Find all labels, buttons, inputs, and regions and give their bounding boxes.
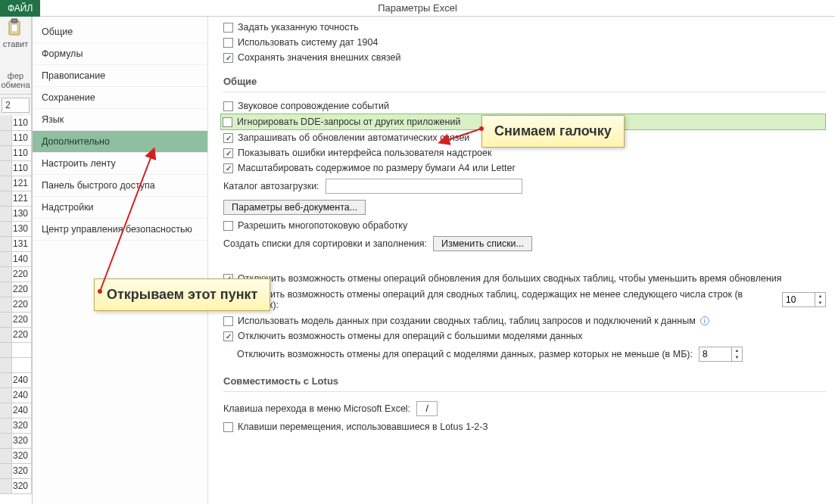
- cell[interactable]: 121: [12, 191, 31, 206]
- option-label: Показывать ошибки интерфейса пользовател…: [238, 148, 492, 158]
- sidebar-item-1[interactable]: Формулы: [33, 43, 207, 65]
- row-header[interactable]: 220: [0, 282, 31, 297]
- checkbox[interactable]: [223, 148, 233, 158]
- spin-up-icon[interactable]: ▲: [815, 293, 825, 300]
- cell[interactable]: 130: [12, 207, 31, 221]
- row-header[interactable]: 130: [0, 222, 31, 237]
- row-header[interactable]: 140: [0, 252, 31, 267]
- cell[interactable]: 220: [12, 297, 31, 312]
- cell[interactable]: 320: [12, 449, 31, 463]
- checkbox[interactable]: [223, 38, 233, 48]
- cell[interactable]: 320: [12, 464, 31, 478]
- checkbox[interactable]: [223, 101, 233, 111]
- row-header[interactable]: 240: [0, 373, 31, 388]
- sidebar-item-3[interactable]: Сохранение: [33, 87, 207, 109]
- spin-input[interactable]: [783, 293, 815, 306]
- sidebar-item-9[interactable]: Центр управления безопасностью: [33, 219, 207, 241]
- row-header[interactable]: 110: [0, 146, 31, 161]
- cell[interactable]: 220: [12, 328, 31, 342]
- cell[interactable]: 240: [12, 373, 31, 387]
- row-header[interactable]: 320: [0, 449, 31, 464]
- sidebar-item-6[interactable]: Настроить ленту: [33, 153, 207, 175]
- lotus-menu-key-input[interactable]: [416, 401, 438, 416]
- option-label: Отключить возможность отмены для операци…: [238, 331, 583, 341]
- cell[interactable]: 220: [12, 267, 31, 282]
- cell[interactable]: 110: [12, 161, 31, 176]
- row-header[interactable]: 320: [0, 418, 31, 434]
- sidebar-item-7[interactable]: Панель быстрого доступа: [33, 175, 207, 197]
- row-header[interactable]: 131: [0, 237, 31, 252]
- checkbox[interactable]: [223, 117, 232, 127]
- file-tab[interactable]: ФАЙЛ: [0, 0, 40, 17]
- row-header[interactable]: 320: [0, 479, 31, 494]
- cell[interactable]: 320: [12, 479, 31, 493]
- checkbox[interactable]: [223, 331, 233, 341]
- name-box[interactable]: 2: [2, 98, 30, 113]
- cell[interactable]: [12, 343, 31, 357]
- row-header[interactable]: 220: [0, 328, 31, 343]
- paste-button[interactable]: ставит: [0, 17, 31, 70]
- row-header[interactable]: 320: [0, 434, 31, 449]
- sidebar-item-8[interactable]: Надстройки: [33, 197, 207, 219]
- checkbox[interactable]: [223, 422, 233, 432]
- row-header[interactable]: 121: [0, 191, 31, 207]
- cell[interactable]: 220: [12, 313, 31, 327]
- row-header[interactable]: 110: [0, 131, 31, 146]
- checkbox[interactable]: [223, 53, 233, 63]
- checkbox[interactable]: [223, 316, 233, 326]
- checkbox[interactable]: [223, 163, 233, 173]
- spin-down-icon[interactable]: ▼: [732, 354, 742, 361]
- sidebar-item-4[interactable]: Язык: [33, 109, 207, 131]
- pivot-undo-rows-spinner[interactable]: ▲▼: [782, 292, 826, 307]
- row-header[interactable]: 220: [0, 313, 31, 328]
- row-header[interactable]: 240: [0, 403, 31, 418]
- option-label: Задать указанную точность: [238, 22, 359, 33]
- row-header[interactable]: 130: [0, 207, 31, 222]
- row-header[interactable]: [0, 343, 31, 358]
- option-label: Игнорировать DDE-запросы от других прило…: [237, 117, 460, 127]
- row-header[interactable]: [0, 358, 31, 373]
- row-header[interactable]: 320: [0, 464, 31, 479]
- autoload-catalog-input[interactable]: [326, 179, 522, 194]
- cell[interactable]: 140: [12, 252, 31, 266]
- row-header[interactable]: 121: [0, 176, 31, 191]
- sidebar-item-2[interactable]: Правописание: [33, 65, 207, 87]
- dialog-title: Параметры Excel: [378, 2, 457, 14]
- options-dialog: ОбщиеФормулыПравописаниеСохранениеЯзыкДо…: [32, 17, 835, 504]
- info-icon[interactable]: i: [700, 316, 709, 325]
- cell[interactable]: 131: [12, 237, 31, 251]
- cell[interactable]: 110: [12, 116, 31, 130]
- web-document-params-button[interactable]: Параметры веб-документа...: [223, 200, 366, 215]
- model-undo-mb-spinner[interactable]: ▲▼: [699, 347, 743, 362]
- options-panel: Задать указанную точностьИспользовать си…: [208, 17, 835, 504]
- lotus-menu-key-label: Клавиша перехода в меню Microsoft Excel:: [223, 403, 410, 414]
- row-header[interactable]: 220: [0, 297, 31, 313]
- spin-up-icon[interactable]: ▲: [732, 347, 742, 354]
- group-header-lotus: Совместимость с Lotus: [223, 369, 826, 392]
- row-header[interactable]: 110: [0, 116, 31, 131]
- option-label: Запрашивать об обновлении автоматических…: [238, 132, 469, 143]
- checkbox[interactable]: [223, 133, 233, 143]
- spin-input[interactable]: [699, 347, 731, 361]
- checkbox[interactable]: [223, 221, 233, 231]
- row-header[interactable]: 110: [0, 161, 31, 176]
- cell[interactable]: 240: [12, 388, 31, 403]
- spin-down-icon[interactable]: ▼: [815, 300, 825, 306]
- cell[interactable]: 240: [12, 403, 31, 418]
- cell[interactable]: 220: [12, 282, 31, 297]
- checkbox[interactable]: [223, 23, 233, 33]
- options-sidebar: ОбщиеФормулыПравописаниеСохранениеЯзыкДо…: [33, 17, 208, 504]
- sidebar-item-0[interactable]: Общие: [33, 21, 207, 43]
- cell[interactable]: 130: [12, 222, 31, 236]
- cell[interactable]: 320: [12, 418, 31, 433]
- row-header[interactable]: 220: [0, 267, 31, 282]
- row-header[interactable]: 240: [0, 388, 31, 403]
- cell[interactable]: [12, 358, 31, 372]
- edit-lists-button[interactable]: Изменить списки...: [433, 236, 532, 251]
- cell[interactable]: 110: [12, 146, 31, 160]
- cell[interactable]: 110: [12, 131, 31, 145]
- sidebar-item-5[interactable]: Дополнительно: [33, 131, 207, 153]
- cell[interactable]: 121: [12, 176, 31, 191]
- option-label: Использовать модель данных при создании …: [238, 316, 696, 326]
- cell[interactable]: 320: [12, 434, 31, 448]
